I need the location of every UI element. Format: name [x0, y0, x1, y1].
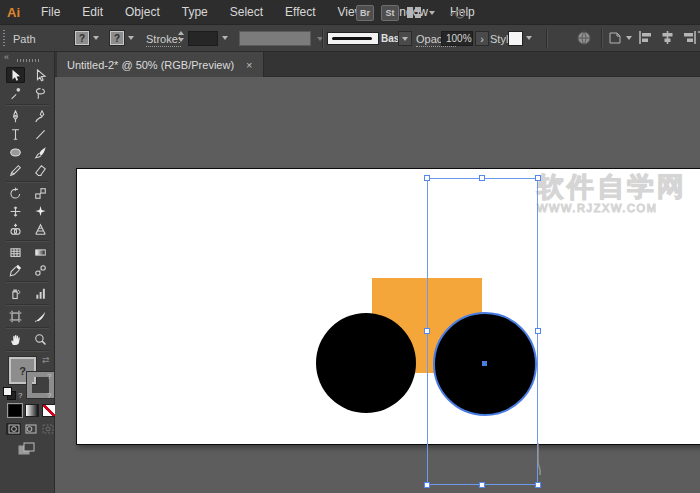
default-fill-stroke-icon[interactable]	[3, 387, 15, 399]
line-segment-tool[interactable]	[31, 126, 50, 142]
panel-grip[interactable]	[17, 59, 39, 62]
direct-selection-tool[interactable]	[31, 67, 50, 83]
ellipse-tool[interactable]	[6, 144, 25, 160]
draw-normal-button[interactable]	[6, 423, 21, 435]
selection-handle-mid-left[interactable]	[424, 328, 430, 334]
menu-item-type[interactable]: Type	[171, 0, 219, 24]
divider	[601, 29, 603, 48]
collapse-panel-icon[interactable]: «	[4, 52, 9, 62]
width-tool[interactable]	[6, 203, 25, 219]
selection-handle-mid-right[interactable]	[535, 328, 541, 334]
column-graph-tool[interactable]	[31, 285, 50, 301]
shape-properties-chevron-icon[interactable]	[626, 36, 632, 40]
stroke-color-combo[interactable]: ?	[109, 30, 134, 46]
type-tool[interactable]	[6, 126, 25, 142]
divider	[322, 29, 324, 48]
scale-tool[interactable]	[31, 185, 50, 201]
style-swatch[interactable]	[508, 31, 523, 46]
align-center-icon[interactable]	[660, 30, 675, 45]
fill-color-combo[interactable]: ?	[74, 30, 99, 46]
perspective-grid-tool[interactable]	[31, 221, 50, 237]
lasso-tool[interactable]	[31, 85, 50, 101]
workspace-switcher-icon[interactable]	[406, 6, 422, 19]
menu-item-edit[interactable]: Edit	[71, 0, 114, 24]
graphic-styles-panel-button[interactable]: St	[381, 5, 399, 21]
pen-tool[interactable]	[6, 108, 25, 124]
tool-separator	[6, 327, 49, 329]
control-bar-grip[interactable]	[3, 30, 5, 47]
selection-center-point[interactable]	[482, 361, 487, 366]
selection-handle-bottom-left[interactable]	[424, 482, 430, 488]
black-circle-left[interactable]	[316, 313, 416, 413]
menu-item-select[interactable]: Select	[219, 0, 274, 24]
stepper-up-icon[interactable]	[178, 31, 184, 35]
paintbrush-tool[interactable]	[31, 144, 50, 160]
watermark: 软件自学网 WWW.RJZXW.COM	[537, 173, 700, 214]
symbol-sprayer-tool[interactable]	[6, 285, 25, 301]
mesh-tool[interactable]	[6, 244, 25, 260]
document-tab[interactable]: Untitled-2* @ 50% (RGB/Preview) ×	[57, 52, 264, 77]
change-screen-mode-icon[interactable]	[18, 442, 36, 456]
slice-tool[interactable]	[31, 308, 50, 324]
stroke-chevron-icon[interactable]	[128, 36, 134, 40]
hand-tool[interactable]	[6, 331, 25, 347]
draw-inside-button[interactable]	[40, 423, 55, 435]
menu-item-file[interactable]: File	[30, 0, 71, 24]
stroke-unknown-mark-2: ?	[47, 391, 51, 400]
workspace-chevron-icon[interactable]	[429, 11, 435, 15]
zoom-tool[interactable]	[31, 331, 50, 347]
cursor-artifact	[534, 443, 542, 477]
artboard-tool[interactable]	[6, 308, 25, 324]
stepper-down-icon[interactable]	[178, 38, 184, 42]
brush-definition-preview[interactable]	[327, 32, 379, 45]
shape-properties-icon[interactable]	[608, 30, 625, 46]
gradient-button[interactable]	[25, 404, 39, 417]
selection-bounding-box[interactable]	[427, 178, 538, 485]
brush-stroke-sample	[332, 37, 372, 40]
menu-item-effect[interactable]: Effect	[274, 0, 326, 24]
tool-separator	[6, 281, 49, 283]
eyedropper-tool[interactable]	[6, 262, 25, 278]
selection-tool[interactable]	[6, 67, 25, 83]
stroke-color-swatch[interactable]: ?	[109, 30, 125, 46]
eraser-tool[interactable]	[31, 162, 50, 178]
selection-handle-bottom-center[interactable]	[479, 482, 485, 488]
none-button[interactable]	[42, 404, 56, 417]
selection-handle-top-left[interactable]	[424, 175, 430, 181]
selection-handle-top-center[interactable]	[479, 175, 485, 181]
divider	[546, 29, 548, 48]
brushes-panel-button[interactable]: Br	[356, 5, 374, 21]
brush-chevron-button[interactable]	[398, 31, 412, 46]
swap-fill-stroke-icon[interactable]: ⇄	[42, 355, 50, 365]
align-right-icon[interactable]	[682, 30, 697, 45]
stroke-weight-input[interactable]	[188, 31, 218, 46]
rotate-tool[interactable]	[6, 185, 25, 201]
selection-handle-bottom-right[interactable]	[535, 482, 541, 488]
draw-behind-button[interactable]	[23, 423, 38, 435]
style-chevron-icon[interactable]	[526, 36, 532, 40]
stroke-weight-label[interactable]: Stroke:	[146, 33, 181, 47]
align-left-icon[interactable]	[638, 30, 653, 45]
opacity-input[interactable]: 100%	[441, 31, 473, 46]
fill-chevron-icon[interactable]	[93, 36, 99, 40]
fill-unknown-mark: ?	[18, 391, 22, 400]
magic-wand-tool[interactable]	[6, 85, 25, 101]
menu-item-object[interactable]: Object	[114, 0, 171, 24]
document-setup-icon[interactable]	[576, 30, 592, 46]
tool-grid	[0, 67, 55, 354]
shape-builder-tool[interactable]	[6, 221, 25, 237]
shaper-tool[interactable]	[6, 162, 25, 178]
gradient-tool[interactable]	[31, 244, 50, 260]
fill-color-swatch[interactable]: ?	[74, 30, 90, 46]
color-button[interactable]	[8, 404, 22, 417]
curvature-tool[interactable]	[31, 108, 50, 124]
tab-close-icon[interactable]: ×	[246, 59, 252, 71]
tools-panel: « ? ⇄ ? ? ?	[0, 52, 55, 493]
canvas-pasteboard[interactable]: 软件自学网 WWW.RJZXW.COM	[55, 77, 700, 493]
blend-tool[interactable]	[31, 262, 50, 278]
selection-handle-top-right[interactable]	[535, 175, 541, 181]
stroke-weight-stepper[interactable]	[178, 31, 184, 42]
opacity-expand-button[interactable]: ›	[475, 31, 489, 46]
stroke-weight-chevron-icon[interactable]	[222, 36, 228, 40]
puppet-warp-tool[interactable]	[31, 203, 50, 219]
